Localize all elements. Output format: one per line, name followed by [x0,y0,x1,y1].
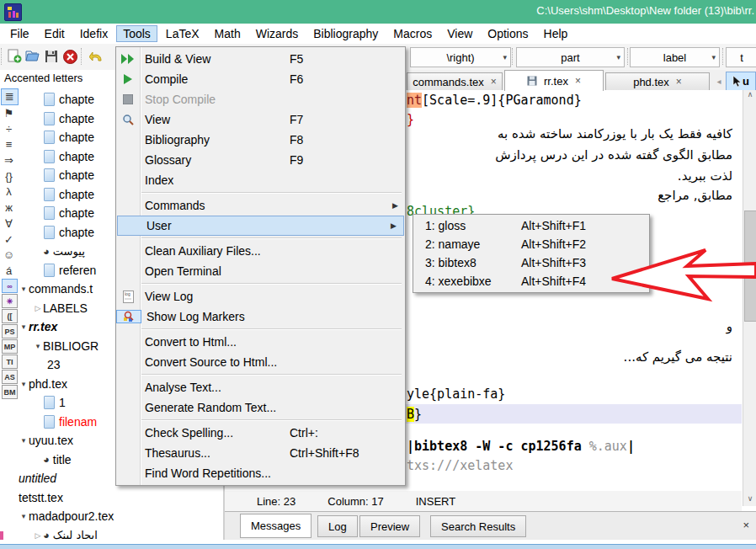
open-file-icon[interactable] [24,47,42,66]
editor-line-1: } [407,112,414,127]
tools-menu-item-glossary[interactable]: GlossaryF9 [116,150,405,170]
editor-line-0: nt[Scale=.9]{PGaramond} [407,93,582,108]
collapse-icon[interactable]: ▾ [19,285,29,293]
menubar-item-tools[interactable]: Tools [116,25,157,42]
menubar-item-math[interactable]: Math [208,25,248,42]
bottom-panel-close-icon[interactable]: × [743,519,749,531]
tools-menu-item-convert-to-html[interactable]: Convert to Html... [116,332,405,352]
forall-icon[interactable]: ∀ [1,216,17,232]
menubar: FileEditIdefixToolsLaTeXMathWizardsBibli… [0,24,756,44]
tools-menu-item-clean-auxiliary-files[interactable]: Clean Auxiliary Files... [116,241,405,261]
tools-menu-item-check-spelling[interactable]: Check Spelling...Ctrl+: [116,423,405,443]
file-icon [44,226,55,239]
toolbar-combobox-3[interactable]: t [726,47,756,67]
bottom-tab-messages[interactable]: Messages [240,514,311,538]
file-icon [44,131,55,144]
code-segment: } [414,407,422,422]
annotation-arrow [589,215,756,316]
tools-menu-item-index[interactable]: Index [116,170,405,190]
expand-icon[interactable]: ▷ [33,531,43,540]
scrollbar-down-icon[interactable]: ∨ [743,494,756,506]
editor-line-4: لذت ببرید. [678,168,732,184]
tree-item-madadpour2-tex[interactable]: ▾madadpour2.tex [19,507,223,526]
tools-menu-item-user[interactable]: User▶ [117,216,404,236]
menubar-item-wizards[interactable]: Wizards [249,25,306,42]
braces-icon[interactable]: {} [1,168,17,184]
close-file-icon[interactable] [61,47,79,66]
menubar-item-help[interactable]: Help [537,25,575,42]
tools-menu-item-stop-compile[interactable]: Stop Compile [116,89,405,109]
cyrillic-icon[interactable]: ж [1,200,17,216]
tab-close-icon[interactable]: × [491,76,497,88]
collapse-icon[interactable]: ▾ [19,380,29,388]
tab-scroll-right-button[interactable]: u [726,72,756,91]
collapse-icon[interactable]: ▾ [19,322,29,331]
brackets-icon[interactable]: ([ [2,309,18,323]
new-file-icon[interactable] [5,47,24,66]
expand-icon[interactable]: ▷ [33,304,43,312]
bottom-tab-search-results[interactable]: Search Results [430,515,526,537]
scrollbar-up-icon[interactable]: ∧ [743,90,756,102]
collapse-icon[interactable]: ▾ [19,512,29,520]
divide-icon[interactable]: ÷ [1,121,17,136]
save-file-icon[interactable] [42,47,61,66]
toolbar-combobox-2[interactable]: label▾ [630,47,720,67]
tools-menu-item-open-terminal[interactable]: Open Terminal [116,261,405,281]
tools-menu-item-find-word-repetitions[interactable]: Find Word Repetitions... [116,463,405,483]
check-icon[interactable]: ✓ [1,232,17,247]
bottom-tab-preview[interactable]: Preview [359,515,420,537]
structure-icon[interactable]: ≣ [1,88,19,105]
tools-menu-item-bibliography[interactable]: BibliographyF8 [116,130,405,150]
tools-menu-item-compile[interactable]: CompileF6 [116,69,405,89]
menubar-item-bibliography[interactable]: Bibliography [306,25,385,42]
bookmark-icon[interactable]: ⚑ [1,106,17,121]
tree-item-tetstt-tex[interactable]: tetstt.tex [19,488,223,508]
collapse-icon[interactable]: ▾ [33,342,43,350]
asterisk-icon[interactable]: ✳ [2,294,18,308]
menubar-item-options[interactable]: Options [481,25,535,42]
bm-icon[interactable]: BM [2,385,18,399]
ti-icon[interactable]: TI [2,354,18,369]
tools-menu-item-view[interactable]: ViewF7 [116,109,405,130]
tab-commands-tex[interactable]: commands.tex× [407,72,503,90]
menubar-item-file[interactable]: File [3,25,36,42]
code-segment: [Scale=.9]{PGaramond} [422,93,582,108]
tools-menu-item-thesaurus[interactable]: Thesaurus...Ctrl+Shift+F8 [116,443,405,463]
undo-icon[interactable] [88,47,106,66]
toolbar-combobox-0[interactable]: \right)▾ [410,47,511,67]
collapse-icon[interactable]: ▾ [19,436,29,445]
tools-menu-item-analyse-text[interactable]: Analyse Text... [116,377,405,397]
smiley-icon[interactable]: ☺ [1,248,17,263]
equiv-icon[interactable]: ≡ [1,137,17,152]
toolbar-separator [722,48,724,65]
toolbar-combobox-1[interactable]: part▾ [516,47,625,67]
tools-menu-item-show-log-markers[interactable]: Show Log Markers [116,306,405,327]
tools-menu-item-generate-random-text[interactable]: Generate Random Text... [116,397,405,418]
tab-close-icon[interactable]: × [575,75,581,87]
ps-icon[interactable]: PS [2,324,18,338]
menubar-item-edit[interactable]: Edit [38,25,72,42]
status-column: Column: 17 [327,495,383,508]
accent-icon[interactable]: á [1,264,17,279]
lambda-icon[interactable]: λ [1,184,17,200]
tab-phd-tex[interactable]: phd.tex× [605,72,710,90]
menubar-item-latex[interactable]: LaTeX [159,25,206,42]
arrow-icon[interactable]: ⇒ [1,153,17,168]
tools-menu-item-commands[interactable]: Commands▶ [116,195,405,216]
menubar-item-macros[interactable]: Macros [386,25,439,42]
infinity-icon[interactable]: ∞ [2,279,18,293]
tab-scroll-left-icon[interactable]: ◂ [713,73,725,88]
tools-menu-item-build-view[interactable]: Build & ViewF5 [116,49,405,69]
menubar-item-view[interactable]: View [440,25,479,42]
submenu-item-shortcut: Alt+Shift+F4 [521,274,586,288]
bottom-tab-log[interactable]: Log [317,515,358,537]
tools-menu-item-view-log[interactable]: logView Log [116,286,405,306]
menu-item-label: Bibliography [145,133,210,147]
tab-close-icon[interactable]: × [676,76,682,88]
tools-menu-item-convert-source-to-html[interactable]: Convert Source to Html... [116,352,405,372]
mp-icon[interactable]: MP [2,339,18,354]
menu-item-label: Compile [145,72,188,86]
as-icon[interactable]: AS [2,370,18,384]
menubar-item-idefix[interactable]: Idefix [73,25,114,42]
tab-rr-tex[interactable]: rr.tex× [504,70,604,91]
